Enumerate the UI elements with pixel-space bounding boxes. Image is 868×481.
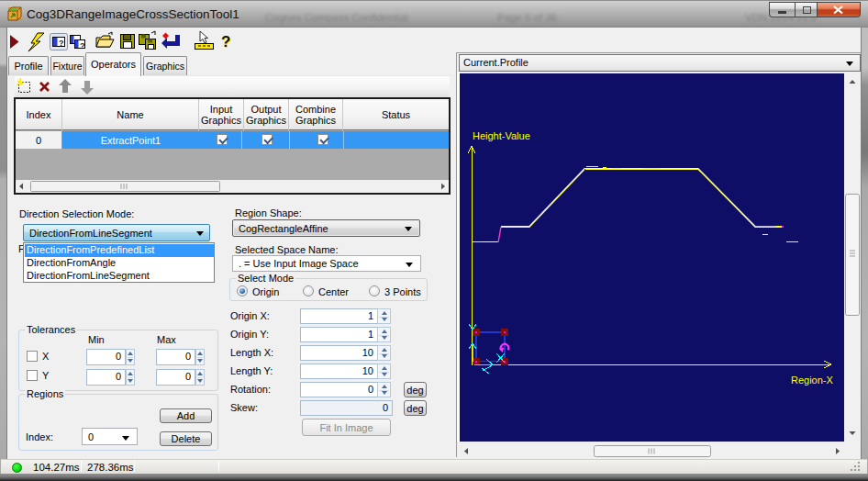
svg-text:?: ? — [59, 39, 64, 48]
svg-text:Region-X: Region-X — [791, 375, 834, 386]
svg-text:Height-Value: Height-Value — [473, 130, 530, 141]
svg-text:?: ? — [221, 33, 230, 50]
svg-text:?: ? — [80, 41, 85, 50]
